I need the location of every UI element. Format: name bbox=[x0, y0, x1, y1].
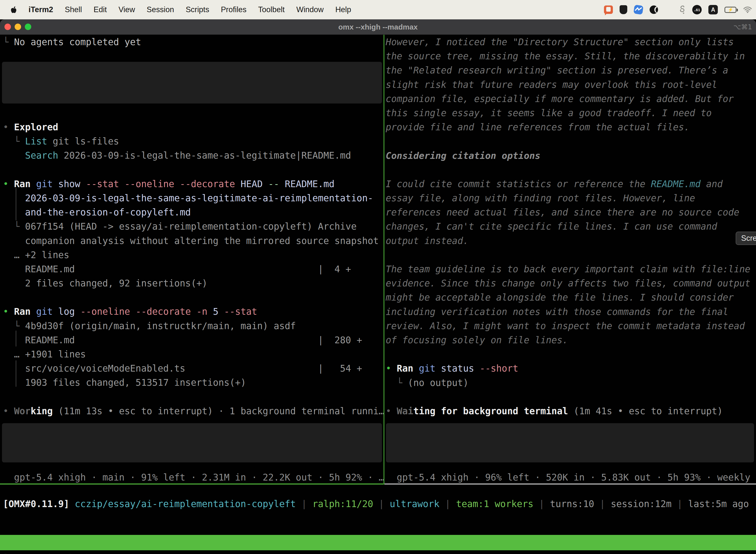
terminal-line: • Ran git show --stat --oneline --decora… bbox=[3, 177, 384, 191]
text-segment: • bbox=[3, 406, 14, 417]
battery-icon[interactable]: ⚡ bbox=[724, 7, 737, 13]
terminal-line: Search 2026-03-09-is-legal-the-same-as-l… bbox=[3, 149, 384, 163]
terminal-window: omx --xhigh --madmax ⌥⌘1 └ No agents com… bbox=[0, 19, 756, 554]
text-segment: and-the-erosion-of-copyleft.md bbox=[25, 207, 191, 218]
omx-status-segment: team:1 workers bbox=[456, 499, 533, 509]
terminal-line: • Waiting for background terminal (1m 41… bbox=[386, 404, 750, 418]
text-segment: and bbox=[701, 179, 723, 189]
terminal-line: might be acceptable alongside the file l… bbox=[386, 290, 750, 304]
text-segment: the source tree, missing the essay. Stil… bbox=[386, 51, 745, 62]
text-segment: git bbox=[419, 363, 436, 374]
text-segment: -- bbox=[268, 179, 279, 189]
text-segment bbox=[3, 235, 25, 246]
omx-status-segment bbox=[69, 499, 75, 509]
menu-app-name[interactable]: iTerm2 bbox=[28, 5, 53, 14]
menu-status-icons: ..61 A ⚡ bbox=[604, 0, 752, 19]
tmux-session-label: [omx-cczip0:bash* bbox=[2, 550, 97, 554]
input-source-label: A bbox=[711, 6, 715, 13]
menu-bar: iTerm2 Shell Edit View Session Scripts P… bbox=[0, 0, 756, 19]
terminal-line: • Explored bbox=[3, 120, 384, 134]
text-segment bbox=[191, 306, 196, 317]
text-segment: • bbox=[386, 363, 397, 374]
text-segment: … +2 lines bbox=[3, 250, 69, 260]
terminal-line: └ 4b9d30f (origin/main, instructkr/main,… bbox=[3, 319, 384, 333]
terminal-line: references need actual files, and since … bbox=[386, 205, 750, 219]
text-segment bbox=[119, 179, 125, 189]
terminal-line: README.md | 4 + bbox=[3, 262, 384, 276]
input-source-icon[interactable]: A bbox=[708, 5, 718, 14]
window-title-bar[interactable]: omx --xhigh --madmax ⌥⌘1 bbox=[0, 19, 756, 35]
text-segment bbox=[263, 179, 268, 189]
menu-item-profiles[interactable]: Profiles bbox=[221, 5, 246, 14]
crescent-icon[interactable] bbox=[649, 5, 658, 14]
terminal-line: changes, I can't cite specific file line… bbox=[386, 219, 750, 233]
text-segment: src/voice/voiceModeEnabled.ts | 54 + bbox=[3, 363, 362, 374]
text-segment: Ran bbox=[14, 179, 31, 189]
text-segment: -n bbox=[196, 306, 208, 317]
terminal-line: essay file, along with finding root file… bbox=[386, 191, 750, 205]
text-segment: companion file, especially if more comme… bbox=[386, 94, 734, 104]
text-segment: 2026-03-09-is-legal-the-same-as-legitima… bbox=[58, 150, 351, 161]
text-segment: └ bbox=[3, 136, 25, 147]
chat-bubble-icon[interactable] bbox=[604, 5, 613, 14]
menu-item-help[interactable]: Help bbox=[335, 5, 351, 14]
left-pane-scrollback-top[interactable]: └ No agents completed yet bbox=[3, 35, 141, 49]
text-segment: --oneline bbox=[125, 179, 174, 189]
pulse-icon[interactable] bbox=[633, 5, 644, 15]
text-segment: Ran bbox=[397, 363, 414, 374]
window-shortcut-badge: ⌥⌘1 bbox=[734, 19, 752, 35]
text-segment: git bbox=[36, 179, 53, 189]
text-segment: I could cite commit statistics or refere… bbox=[386, 179, 651, 189]
terminal-line: • Working (11m 13s • esc to interrupt) ·… bbox=[3, 404, 384, 418]
terminal-line: I could cite commit statistics or refere… bbox=[386, 177, 750, 191]
menu-item-session[interactable]: Session bbox=[146, 5, 174, 14]
text-segment: HEAD bbox=[241, 179, 263, 189]
text-segment bbox=[30, 306, 36, 317]
menu-item-shell[interactable]: Shell bbox=[65, 5, 82, 14]
dots-grid-icon[interactable] bbox=[665, 6, 673, 14]
terminal-line: slight risk that future readers may over… bbox=[386, 78, 750, 92]
text-segment: • bbox=[386, 406, 397, 417]
apple-menu-icon[interactable] bbox=[10, 6, 17, 14]
left-prompt-input[interactable]: › Improve documentation in @filename bbox=[2, 423, 382, 462]
text-segment: changes, I can't cite specific file line… bbox=[386, 221, 717, 232]
keypad-shield-icon[interactable] bbox=[620, 5, 627, 14]
terminal-line bbox=[386, 163, 750, 177]
right-prompt-input[interactable]: › Improve documentation in @filename bbox=[386, 423, 754, 462]
text-segment: • bbox=[3, 179, 14, 189]
menu-item-view[interactable]: View bbox=[119, 5, 135, 14]
terminal-line: The team guideline is to back every impo… bbox=[386, 262, 750, 276]
text-segment bbox=[174, 179, 180, 189]
text-segment bbox=[130, 306, 135, 317]
text-segment: this single essay, it seems like a good … bbox=[386, 108, 712, 118]
omx-status-segment: | bbox=[373, 499, 390, 509]
squiggle-icon[interactable] bbox=[679, 5, 686, 14]
menu-item-toolbelt[interactable]: Toolbelt bbox=[258, 5, 285, 14]
ralph-inject-box: › Ralph loop active continue [OMX_TMUX_I… bbox=[2, 62, 382, 104]
gauge-icon[interactable]: ..61 bbox=[692, 5, 702, 14]
text-segment: README.md bbox=[285, 179, 334, 189]
text-segment: king bbox=[30, 406, 53, 417]
text-segment bbox=[413, 363, 419, 374]
left-pane-scrollback[interactable]: • Explored └ List git ls-files Search 20… bbox=[3, 120, 384, 418]
wifi-icon[interactable] bbox=[743, 6, 752, 13]
terminal-line: … +2 lines bbox=[3, 248, 384, 262]
menu-item-window[interactable]: Window bbox=[296, 5, 324, 14]
menu-item-edit[interactable]: Edit bbox=[93, 5, 107, 14]
omx-status-line: [OMX#0.11.9] cczip/essay/ai-reimplementa… bbox=[3, 497, 749, 511]
omx-status-segment: | bbox=[440, 499, 456, 509]
text-segment: status bbox=[436, 363, 480, 374]
omx-status-segment: ralph:11/20 bbox=[312, 499, 373, 509]
terminal-line bbox=[386, 347, 750, 362]
terminal-line: and-the-erosion-of-copyleft.md bbox=[3, 205, 384, 219]
terminal-line: └ (no output) bbox=[386, 376, 750, 390]
pane-divider[interactable] bbox=[383, 35, 384, 485]
omx-status-segment: | bbox=[533, 499, 550, 509]
terminal-line: 2 files changed, 92 insertions(+) bbox=[3, 276, 384, 290]
right-pane-scrollback[interactable]: However, I noticed the "Directory Struct… bbox=[386, 35, 750, 418]
text-segment: --stat bbox=[86, 179, 119, 189]
text-segment: 067f154 (HEAD -> essay/ai-reimplementati… bbox=[25, 221, 357, 232]
text-segment bbox=[235, 179, 241, 189]
menu-item-scripts[interactable]: Scripts bbox=[186, 5, 209, 14]
text-segment: └ bbox=[3, 221, 25, 232]
